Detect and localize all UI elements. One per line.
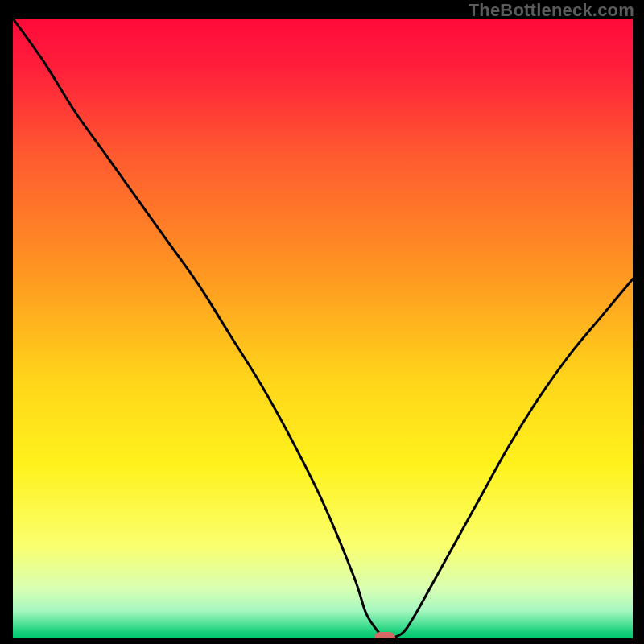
gradient-background (13, 19, 633, 638)
watermark-text: TheBottleneck.com (469, 0, 634, 21)
bottleneck-chart (13, 19, 633, 638)
chart-plot-area (13, 19, 633, 638)
optimal-point-marker (374, 632, 395, 638)
